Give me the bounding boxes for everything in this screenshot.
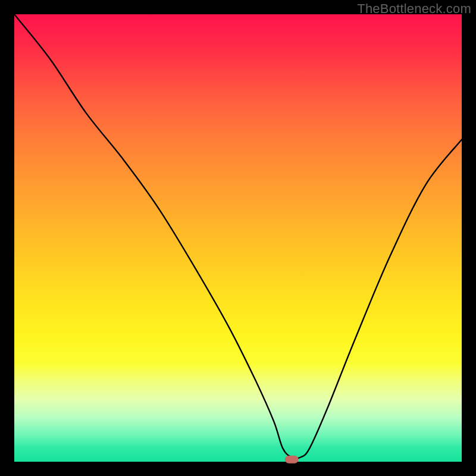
chart-plot-area [14, 14, 462, 462]
optimal-marker [285, 456, 298, 463]
chart-frame: TheBottleneck.com [0, 0, 476, 476]
bottleneck-curve [14, 14, 462, 462]
watermark-text: TheBottleneck.com [357, 1, 471, 17]
curve-path [14, 14, 462, 458]
